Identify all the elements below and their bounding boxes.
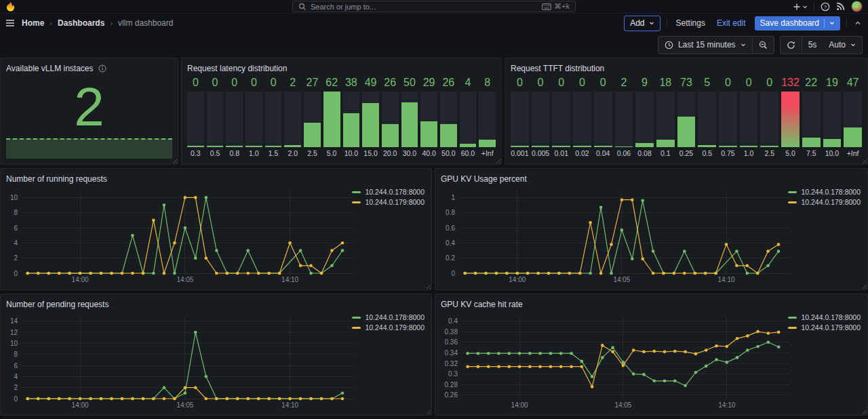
save-dashboard-button[interactable]: Save dashboard [755, 16, 840, 31]
bar-gauge-column: 180.1 [656, 76, 675, 159]
panel-title[interactable]: Request TTFT distribution [511, 64, 862, 73]
refresh-icon [787, 41, 795, 49]
bar-value: 0 [511, 76, 529, 89]
svg-text:0.4: 0.4 [448, 317, 458, 325]
add-new-button[interactable] [793, 3, 808, 11]
grafana-logo[interactable] [5, 1, 16, 12]
bar-track [440, 92, 457, 147]
bar-track [479, 92, 496, 147]
bar-value: 26 [382, 76, 399, 89]
chevron-down-icon [850, 42, 856, 47]
bar-track [781, 92, 800, 147]
bar-gauge-column: 00.005 [532, 76, 550, 159]
legend-swatch-icon [352, 327, 361, 329]
legend-item[interactable]: 10.244.0.179:8000 [352, 323, 425, 332]
bar-fill [719, 146, 737, 147]
svg-text:0: 0 [14, 270, 18, 277]
breadcrumb-home[interactable]: Home [22, 18, 44, 28]
nav-divider [814, 2, 814, 11]
bar-gauge-column: 272.5 [304, 76, 321, 159]
legend-label: 10.244.0.179:8000 [365, 323, 425, 332]
legend-item[interactable]: 10.244.0.179:8000 [788, 323, 861, 332]
bar-track [573, 92, 591, 147]
menu-toggle-button[interactable] [5, 19, 15, 27]
bar-label: 2.5 [304, 147, 321, 159]
svg-text:0.26: 0.26 [445, 391, 458, 399]
panel-title[interactable]: Number of running requests [6, 174, 426, 184]
time-toolbar: Last 15 minutes 5s Auto [0, 33, 868, 57]
legend-item[interactable]: 10.244.0.179:8000 [788, 198, 861, 206]
bar-value: 22 [802, 76, 821, 89]
bar-track [635, 92, 654, 147]
chart-legend: 10.244.0.178:800010.244.0.179:8000 [352, 313, 425, 332]
time-range-picker[interactable]: Last 15 minutes [658, 37, 752, 54]
bar-track [304, 92, 321, 147]
svg-text:1: 1 [451, 194, 455, 201]
bar-value: 0 [207, 76, 224, 89]
collapse-toolbar-button[interactable] [853, 20, 863, 26]
panel-title[interactable]: GPU KV Usage percent [441, 174, 862, 184]
panel-title[interactable]: Request latency distribution [187, 64, 496, 73]
bar-track [698, 92, 716, 147]
bar-value: 26 [440, 76, 457, 89]
bar-label: 10.0 [343, 147, 360, 159]
bar-value: 0 [760, 76, 778, 89]
panel-title[interactable]: GPU KV cache hit rate [441, 300, 862, 309]
svg-text:0: 0 [14, 395, 18, 403]
bar-track [656, 92, 675, 147]
help-button[interactable]: ? [821, 2, 830, 12]
svg-text:8: 8 [14, 209, 18, 216]
legend-item[interactable]: 10.244.0.178:8000 [352, 313, 425, 321]
breadcrumb-separator: › [110, 19, 113, 27]
chart-legend: 10.244.0.178:800010.244.0.179:8000 [788, 313, 861, 332]
user-avatar[interactable] [851, 1, 863, 12]
svg-text:0.32: 0.32 [445, 360, 458, 367]
legend-item[interactable]: 10.244.0.178:8000 [352, 188, 425, 196]
breadcrumb-dashboards[interactable]: Dashboards [58, 18, 104, 28]
bar-label: 0.001 [511, 147, 529, 159]
chevron-down-icon [649, 20, 654, 26]
bar-value: 0 [740, 76, 758, 89]
zoom-out-button[interactable] [753, 37, 774, 54]
news-button[interactable] [836, 2, 845, 11]
legend-item[interactable]: 10.244.0.178:8000 [788, 313, 861, 321]
refresh-interval-value[interactable]: 5s [802, 37, 823, 54]
refresh-interval-picker[interactable]: Auto [823, 37, 862, 54]
svg-text:2: 2 [14, 254, 18, 262]
panel-title[interactable]: Available vLLM instaces [6, 64, 172, 73]
breadcrumb-bar: Home › Dashboards › vllm dashboard Add S… [0, 14, 868, 33]
svg-text:14:10: 14:10 [281, 401, 298, 409]
bar-fill [323, 92, 340, 147]
panel-title[interactable]: Number of pending requests [6, 300, 426, 309]
bar-label: +Inf [844, 147, 862, 159]
bar-label: 5.0 [323, 147, 340, 159]
bar-fill [511, 146, 529, 147]
exit-edit-button[interactable]: Exit edit [714, 16, 749, 31]
bar-value: 9 [635, 76, 654, 89]
settings-button[interactable]: Settings [673, 16, 708, 31]
bar-gauge-column: 00.8 [226, 76, 243, 159]
panel-cache-hit-rate: GPU KV cache hit rate 0.260.280.30.320.3… [435, 294, 868, 416]
bar-label: 1.5 [265, 147, 282, 159]
breadcrumb: Home › Dashboards › vllm dashboard [22, 18, 173, 28]
search-input[interactable]: Search or jump to... ⌘+k [292, 1, 576, 12]
bar-track [420, 92, 437, 147]
actions-divider [667, 19, 667, 28]
svg-text:12: 12 [10, 329, 18, 336]
breadcrumb-separator: › [50, 19, 52, 27]
svg-text:8: 8 [14, 351, 18, 358]
bar-gauge-column: 1910.0 [823, 76, 842, 159]
bar-gauge-column: 2650.0 [440, 76, 457, 159]
refresh-button[interactable] [781, 37, 802, 54]
keyboard-icon [542, 3, 551, 10]
bar-gauge-column: 01.0 [740, 76, 758, 159]
bar-label: 5.0 [781, 147, 800, 159]
svg-text:14:10: 14:10 [717, 276, 734, 283]
svg-text:14:10: 14:10 [281, 276, 298, 283]
bar-track [615, 92, 633, 147]
legend-item[interactable]: 10.244.0.178:8000 [788, 188, 861, 196]
bar-fill [401, 102, 418, 147]
info-icon[interactable] [98, 64, 106, 73]
add-panel-button[interactable]: Add [624, 16, 660, 31]
legend-item[interactable]: 10.244.0.179:8000 [352, 198, 425, 206]
